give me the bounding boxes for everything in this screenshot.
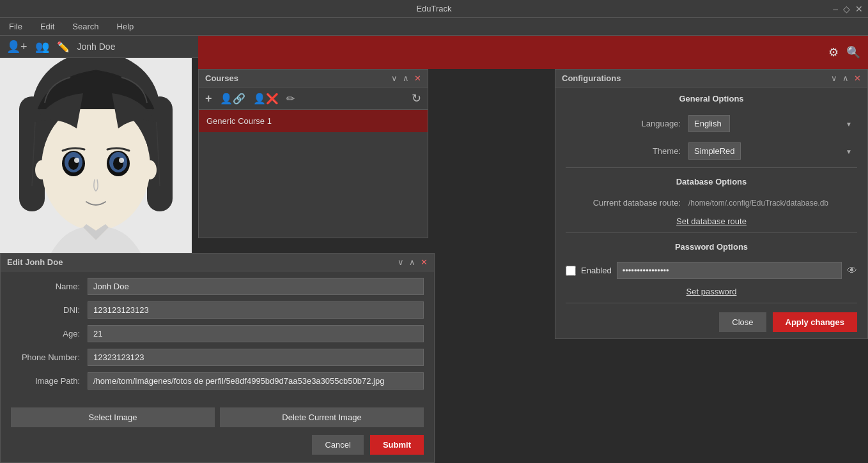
config-divider-2 xyxy=(566,232,857,233)
edit-collapse-btn[interactable]: ∨ xyxy=(398,257,404,267)
svg-point-14 xyxy=(35,160,48,179)
courses-toolbar: + 👤🔗 👤❌ ✏ ↻ xyxy=(199,87,428,110)
config-expand-btn[interactable]: ∧ xyxy=(842,73,849,83)
courses-panel-title: Courses xyxy=(205,73,238,83)
config-apply-button[interactable]: Apply changes xyxy=(773,312,857,332)
svg-point-8 xyxy=(74,158,79,163)
edit-student-icon[interactable]: ✏️ xyxy=(57,41,70,53)
delete-image-button[interactable]: Delete Current Image xyxy=(220,407,424,427)
theme-row: Theme: SimpleRed Dark xyxy=(555,137,867,165)
svg-point-15 xyxy=(144,160,157,179)
theme-label: Theme: xyxy=(566,146,681,156)
student-header: 👤+ 👥 ✏️ Jonh Doe xyxy=(0,36,198,58)
password-row: Enabled 👁 xyxy=(555,258,867,283)
refresh-icon[interactable]: ↻ xyxy=(412,91,421,105)
config-divider-1 xyxy=(566,167,857,168)
database-options-title: Database Options xyxy=(555,171,867,193)
edit-submit-row: Cancel Submit xyxy=(1,435,434,462)
group-students-icon[interactable]: 👥 xyxy=(35,40,49,54)
settings-icon[interactable]: ⚙ xyxy=(828,45,839,59)
edit-panel-header: Edit Jonh Doe ∨ ∧ ✕ xyxy=(1,254,434,271)
theme-select-wrapper: SimpleRed Dark xyxy=(688,142,857,160)
set-database-route-link[interactable]: Set database route xyxy=(555,213,867,230)
phone-field[interactable] xyxy=(88,349,424,366)
courses-panel: Courses ∨ ∧ ✕ + 👤🔗 👤❌ ✏ ↻ Generic Course… xyxy=(198,69,428,238)
edit-actions: Select Image Delete Current Image xyxy=(1,402,434,435)
theme-select[interactable]: SimpleRed Dark xyxy=(688,142,741,160)
edit-close-btn[interactable]: ✕ xyxy=(421,257,428,267)
edit-expand-btn[interactable]: ∧ xyxy=(409,257,415,267)
password-input[interactable] xyxy=(617,262,842,279)
courses-panel-controls: ∨ ∧ ✕ xyxy=(391,73,421,83)
db-route-value: /home/tom/.config/EduTrack/database.db xyxy=(688,199,828,208)
dni-form-row: DNI: xyxy=(11,301,424,319)
app-title: EduTrack xyxy=(416,4,451,13)
enroll-icon[interactable]: 👤🔗 xyxy=(220,93,245,105)
dni-field[interactable] xyxy=(88,301,424,319)
phone-field-label: Phone Number: xyxy=(11,353,88,362)
edit-form: Name: DNI: Age: Phone Number: Image Path… xyxy=(1,271,434,402)
config-panel-header: Configurations ∨ ∧ ✕ xyxy=(555,70,867,87)
edit-course-icon[interactable]: ✏ xyxy=(286,93,295,105)
svg-rect-3 xyxy=(147,96,173,211)
config-footer: Close Apply changes xyxy=(555,306,867,338)
age-field-label: Age: xyxy=(11,329,88,338)
restore-button[interactable]: ◇ xyxy=(843,4,850,14)
svg-point-4 xyxy=(42,103,150,231)
course-item[interactable]: Generic Course 1 xyxy=(199,110,428,132)
main-area: 👤+ 👥 ✏️ Jonh Doe xyxy=(0,36,868,463)
menu-search[interactable]: Search xyxy=(68,20,102,33)
language-select-wrapper: English Spanish xyxy=(688,115,857,132)
unenroll-icon[interactable]: 👤❌ xyxy=(253,93,279,105)
name-form-row: Name: xyxy=(11,278,424,295)
password-enabled-label: Enabled xyxy=(581,266,612,275)
config-panel-controls: ∨ ∧ ✕ xyxy=(831,73,861,83)
select-image-button[interactable]: Select Image xyxy=(11,407,215,427)
courses-panel-header: Courses ∨ ∧ ✕ xyxy=(199,70,428,87)
edit-panel-controls: ∨ ∧ ✕ xyxy=(398,257,428,267)
add-course-icon[interactable]: + xyxy=(205,92,212,105)
courses-expand-btn[interactable]: ∧ xyxy=(403,73,409,83)
title-bar-controls: – ◇ ✕ xyxy=(833,4,863,14)
toggle-password-visibility-icon[interactable]: 👁 xyxy=(847,265,857,277)
age-form-row: Age: xyxy=(11,325,424,342)
config-panel-title: Configurations xyxy=(562,73,621,83)
add-student-icon[interactable]: 👤+ xyxy=(6,40,27,54)
menu-edit[interactable]: Edit xyxy=(36,20,58,33)
menu-help[interactable]: Help xyxy=(113,20,138,33)
edit-panel-title: Edit Jonh Doe xyxy=(7,257,63,267)
config-close-button[interactable]: Close xyxy=(719,312,766,332)
image-path-form-row: Image Path: xyxy=(11,372,424,390)
minimize-button[interactable]: – xyxy=(833,4,838,14)
general-options-title: General Options xyxy=(555,87,867,110)
name-field[interactable] xyxy=(88,278,424,295)
svg-point-12 xyxy=(119,158,124,163)
edit-panel: Edit Jonh Doe ∨ ∧ ✕ Name: DNI: Age: xyxy=(0,253,435,463)
language-label: Language: xyxy=(566,119,681,128)
cancel-button[interactable]: Cancel xyxy=(312,435,363,455)
submit-button[interactable]: Submit xyxy=(370,435,424,455)
age-field[interactable] xyxy=(88,325,424,342)
password-enabled-checkbox[interactable] xyxy=(566,266,576,276)
courses-collapse-btn[interactable]: ∨ xyxy=(391,73,398,83)
db-route-row: Current database route: /home/tom/.confi… xyxy=(555,193,867,213)
language-select[interactable]: English Spanish xyxy=(688,115,730,132)
set-password-link[interactable]: Set password xyxy=(555,283,867,300)
config-close-btn[interactable]: ✕ xyxy=(854,73,861,83)
search-icon[interactable]: 🔍 xyxy=(846,45,860,59)
dni-field-label: DNI: xyxy=(11,305,88,315)
config-divider-3 xyxy=(566,303,857,303)
password-options-title: Password Options xyxy=(555,236,867,258)
image-path-field[interactable] xyxy=(88,372,424,390)
menu-file[interactable]: File xyxy=(5,20,26,33)
profile-image xyxy=(0,58,192,256)
courses-close-btn[interactable]: ✕ xyxy=(414,73,421,83)
config-collapse-btn[interactable]: ∨ xyxy=(831,73,837,83)
phone-form-row: Phone Number: xyxy=(11,349,424,366)
language-row: Language: English Spanish xyxy=(555,110,867,137)
close-button[interactable]: ✕ xyxy=(855,4,863,14)
name-field-label: Name: xyxy=(11,282,88,291)
image-path-label: Image Path: xyxy=(11,376,88,386)
student-name-label: Jonh Doe xyxy=(77,42,116,52)
title-bar: EduTrack – ◇ ✕ xyxy=(0,0,868,18)
